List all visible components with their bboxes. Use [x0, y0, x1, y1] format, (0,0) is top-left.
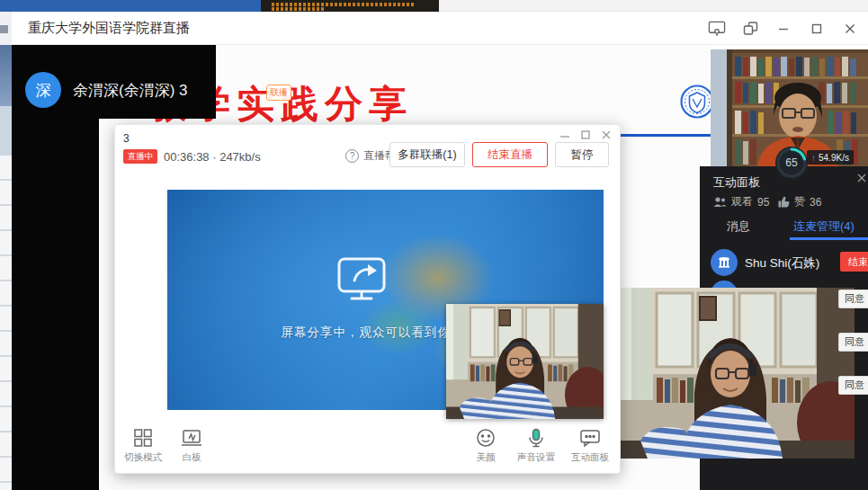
viewers-stat: 观看 95 [713, 194, 769, 209]
toolbar-label: 白板 [183, 451, 201, 464]
toolbar-label: 声音设置 [517, 451, 555, 464]
grid-icon [133, 428, 153, 448]
webcam-cohost-small [446, 304, 604, 419]
agree-button[interactable]: 同意 [838, 333, 868, 352]
toolbar-label: 切换模式 [124, 451, 162, 464]
minimize-icon[interactable] [774, 20, 792, 38]
stream-counter: 3 [123, 132, 130, 145]
window-title: 重庆大学外国语学院群直播 [28, 20, 190, 37]
network-gauge: 65 [775, 147, 808, 179]
live-status-badge: 直播中 [123, 149, 157, 164]
screen-root: 重庆大学外国语学院群直播 [0, 0, 868, 490]
background-window-notification [261, 0, 439, 12]
university-logo [679, 84, 711, 120]
multi-window-icon[interactable] [741, 20, 759, 38]
upload-speed: ↑ 54.9K/s [807, 150, 854, 165]
upload-speed-value: 54.9K/s [819, 153, 849, 163]
pin-window-icon[interactable] [708, 20, 726, 38]
app-titlebar: 重庆大学外国语学院群直播 [12, 12, 868, 45]
pause-button[interactable]: 暂停 [555, 142, 609, 167]
tab-messages[interactable]: 消息 [727, 218, 750, 235]
sliver-lines [0, 156, 12, 490]
agree-button[interactable]: 同意 [838, 376, 868, 395]
screen-share-icon [336, 256, 387, 301]
sliver-block [0, 45, 12, 106]
speaker-name: 余渭深(余渭深) 3 [73, 80, 188, 101]
chat-bubble-icon [579, 428, 601, 448]
toolbar-label: 美颜 [477, 451, 496, 464]
background-window-sliver [0, 12, 12, 490]
member-avatar-icon [717, 255, 731, 270]
viewers-icon [713, 196, 727, 208]
background-window-titlebar [0, 0, 261, 12]
broadcast-minimize-icon[interactable] [560, 130, 569, 139]
blurred-text-line [272, 7, 326, 11]
member-avatar [711, 249, 738, 276]
close-icon[interactable] [841, 20, 859, 38]
interaction-panel-button[interactable]: 互动面板 [571, 428, 609, 464]
thumbs-up-icon [778, 196, 790, 208]
help-icon: ? [345, 149, 359, 163]
stream-time-bitrate: 00:36:38 · 247kb/s [164, 150, 261, 164]
sliver-block [0, 106, 12, 156]
panel-close-icon[interactable] [857, 174, 866, 183]
background-window-strip [439, 0, 868, 12]
webcam-cohost-large [621, 288, 855, 459]
broadcast-close-icon[interactable] [602, 130, 611, 139]
broadcast-maximize-icon[interactable] [581, 130, 590, 139]
blurred-text-line [272, 3, 416, 6]
switch-mode-button[interactable]: 切换模式 [124, 428, 162, 464]
whiteboard-icon [181, 428, 202, 448]
speaker-badge: 联播 [266, 85, 291, 101]
whiteboard-button[interactable]: 白板 [176, 428, 207, 464]
beauty-filter-button[interactable]: 美颜 [470, 428, 501, 464]
viewers-count: 95 [757, 196, 769, 209]
microphone-icon [528, 428, 544, 448]
active-tab-underline [790, 237, 868, 240]
panel-title: 互动面板 [713, 174, 760, 191]
agree-button[interactable]: 同意 [838, 290, 868, 308]
viewers-label: 观看 [731, 194, 753, 209]
maximize-icon[interactable] [808, 20, 826, 38]
member-name: Shu Shi(石姝) [745, 255, 819, 272]
likes-stat: 赞 36 [778, 194, 821, 209]
smiley-icon [476, 428, 496, 448]
app-window: 重庆大学外国语学院群直播 [12, 12, 868, 490]
gauge-arc [775, 147, 808, 179]
tab-mic-management[interactable]: 连麦管理(4) [793, 218, 855, 235]
broadcast-window: 3 直播中 00:36:38 · 247kb/s ? 直播帮助 多群联播(1) … [114, 124, 621, 474]
end-mic-button[interactable]: 结束 [840, 252, 868, 272]
toolbar-label: 互动面板 [571, 451, 609, 464]
likes-label: 赞 [794, 194, 805, 209]
live-stage-area: 教学实践分享 深 余渭深(余渭深) 3 联播 [12, 45, 868, 490]
sliver-mark [0, 25, 8, 33]
speaker-avatar: 深 [25, 72, 61, 108]
likes-count: 36 [810, 196, 821, 209]
sound-settings-button[interactable]: 声音设置 [517, 428, 555, 464]
multicast-button[interactable]: 多群联播(1) [389, 142, 465, 167]
upload-arrow-icon: ↑ [811, 153, 816, 163]
end-live-button[interactable]: 结束直播 [472, 142, 548, 167]
